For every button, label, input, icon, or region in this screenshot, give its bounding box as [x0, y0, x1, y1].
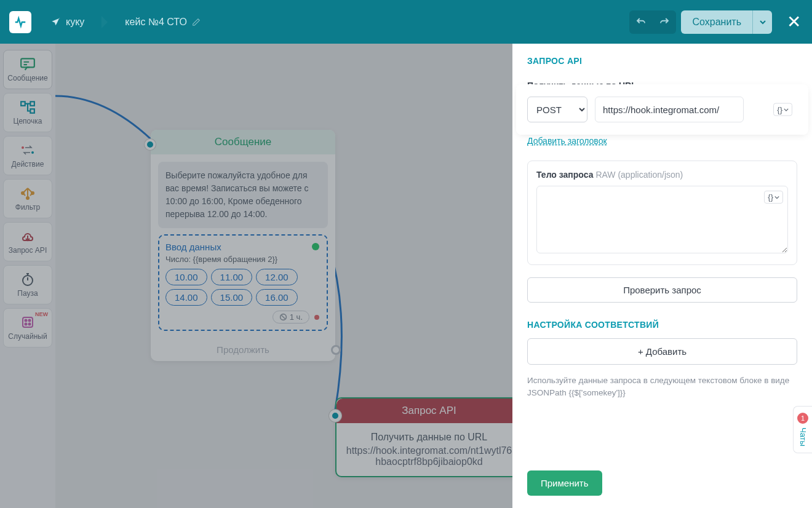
- svg-point-4: [22, 146, 24, 149]
- breadcrumb-item-2[interactable]: кейс №4 СТО: [116, 12, 209, 33]
- tool-filter[interactable]: Фильтр: [3, 179, 52, 218]
- mapping-hint: Используйте данные запроса в следующем т…: [527, 375, 797, 400]
- insert-variable-button-body[interactable]: {}: [764, 191, 783, 204]
- tool-chain[interactable]: Цепочка: [3, 93, 52, 132]
- cloud-api-icon: [19, 229, 36, 244]
- close-button[interactable]: ✕: [784, 12, 803, 32]
- chip[interactable]: 12.00: [256, 269, 298, 285]
- tool-label: Действие: [12, 160, 44, 169]
- block-icon: [279, 313, 287, 321]
- api-request-node[interactable]: Запрос API Получить данные по URL https:…: [335, 397, 512, 477]
- message-node[interactable]: Сообщение Выберите пожалуйста удобное дл…: [151, 130, 335, 361]
- tool-api-request[interactable]: Запрос API: [3, 222, 52, 261]
- breadcrumb-label-2: кейс №4 СТО: [125, 17, 187, 28]
- chain-icon: [19, 100, 36, 114]
- continue-label: Продолжить: [217, 344, 269, 355]
- test-request-button[interactable]: Проверить запрос: [527, 277, 797, 303]
- url-config-highlight: POST {}: [519, 87, 806, 132]
- svg-rect-2: [30, 101, 34, 106]
- save-button-group: Сохранить: [681, 10, 772, 34]
- tool-message[interactable]: Сообщение: [3, 50, 52, 89]
- chip[interactable]: 16.00: [256, 289, 298, 306]
- node-input-port[interactable]: [329, 410, 341, 422]
- chats-count-badge: 1: [797, 413, 808, 424]
- header-actions: Сохранить ✕: [629, 10, 803, 34]
- chip[interactable]: 10.00: [165, 269, 207, 285]
- stopwatch-icon: [19, 272, 36, 287]
- message-icon: [19, 57, 36, 71]
- save-button[interactable]: Сохранить: [681, 10, 752, 34]
- tool-label: Цепочка: [14, 117, 42, 125]
- svg-point-14: [29, 323, 31, 325]
- tool-action[interactable]: Действие: [3, 136, 52, 175]
- mapping-section-title: НАСТРОЙКА СООТВЕТСТВИЙ: [527, 320, 797, 330]
- breadcrumb-item-1[interactable]: куку: [42, 12, 93, 33]
- breadcrumb: куку кейс №4 СТО: [42, 12, 209, 33]
- url-input[interactable]: [595, 97, 744, 122]
- save-dropdown[interactable]: [752, 10, 772, 34]
- app-logo[interactable]: [9, 11, 31, 33]
- insert-variable-button[interactable]: {}: [773, 103, 792, 116]
- input-block-subtitle: Число: {{время обращения 2}}: [165, 255, 320, 264]
- svg-rect-0: [21, 58, 34, 67]
- duration-tag: 1 ч.: [273, 311, 309, 323]
- chip[interactable]: 11.00: [211, 269, 253, 285]
- new-badge: NEW: [35, 311, 48, 317]
- node-title: Запрос API: [336, 399, 512, 423]
- telegram-icon: [51, 17, 61, 27]
- svg-point-11: [25, 320, 27, 322]
- filter-icon: [19, 186, 36, 200]
- svg-point-12: [29, 320, 31, 322]
- chip[interactable]: 14.00: [165, 289, 207, 306]
- node-output-port[interactable]: [331, 345, 341, 355]
- svg-point-7: [31, 192, 34, 194]
- request-body-textarea[interactable]: [536, 186, 788, 253]
- svg-rect-10: [23, 317, 33, 327]
- chats-tab[interactable]: 1 Чаты: [793, 406, 812, 453]
- duration-value: 1 ч.: [290, 312, 303, 322]
- pencil-icon[interactable]: [192, 18, 201, 26]
- tool-label: Пауза: [17, 289, 38, 298]
- add-mapping-label: + Добавить: [638, 346, 687, 357]
- svg-point-6: [22, 192, 24, 194]
- breadcrumb-label-1: куку: [66, 17, 84, 28]
- input-block-title: Ввод данных: [165, 242, 320, 252]
- svg-point-8: [26, 197, 29, 199]
- panel-title: ЗАПРОС API: [527, 56, 797, 66]
- add-mapping-button[interactable]: + Добавить: [527, 338, 797, 365]
- tool-random[interactable]: NEW Случайный: [3, 308, 52, 347]
- svg-point-13: [25, 323, 27, 325]
- app-header: куку кейс №4 СТО Сохранить ✕: [0, 0, 812, 44]
- undo-button[interactable]: [629, 10, 653, 34]
- tool-label: Сообщение: [7, 74, 47, 82]
- chats-label: Чаты: [798, 427, 808, 446]
- flow-canvas[interactable]: Сообщение Выберите пожалуйста удобное дл…: [55, 44, 512, 508]
- action-icon: [19, 143, 36, 157]
- node-input-port[interactable]: [145, 139, 156, 150]
- body-label: Тело запроса RAW (application/json): [536, 170, 788, 180]
- undo-redo-group: [629, 10, 676, 34]
- svg-rect-3: [30, 109, 34, 113]
- svg-point-5: [31, 151, 34, 154]
- tool-sidebar: Сообщение Цепочка Действие Фильтр Запрос…: [0, 44, 55, 508]
- node-title: Сообщение: [151, 130, 335, 154]
- test-request-label: Проверить запрос: [623, 285, 701, 295]
- http-method-select[interactable]: POST: [527, 97, 587, 122]
- time-chips: 10.00 11.00 12.00 14.00 15.00 16.00: [165, 269, 320, 306]
- dice-icon: [19, 315, 36, 330]
- breadcrumb-separator: [102, 16, 108, 28]
- status-dot-green: [312, 243, 319, 250]
- tool-pause[interactable]: Пауза: [3, 265, 52, 304]
- apply-button[interactable]: Применить: [527, 470, 602, 496]
- save-button-label: Сохранить: [692, 17, 741, 28]
- tool-label: Запрос API: [9, 246, 47, 255]
- add-header-link[interactable]: Добавить заголовок: [527, 136, 797, 146]
- continue-row[interactable]: Продолжить: [151, 338, 335, 361]
- properties-panel: ЗАПРОС API Получить данные по URL POST {…: [512, 44, 812, 508]
- chip[interactable]: 15.00: [211, 289, 253, 306]
- input-data-block: Ввод данных Число: {{время обращения 2}}…: [158, 234, 328, 331]
- api-node-subtitle: Получить данные по URL: [345, 432, 512, 443]
- apply-label: Применить: [541, 478, 589, 488]
- request-body-block: Тело запроса RAW (application/json) {}: [527, 161, 797, 265]
- redo-button[interactable]: [653, 10, 676, 34]
